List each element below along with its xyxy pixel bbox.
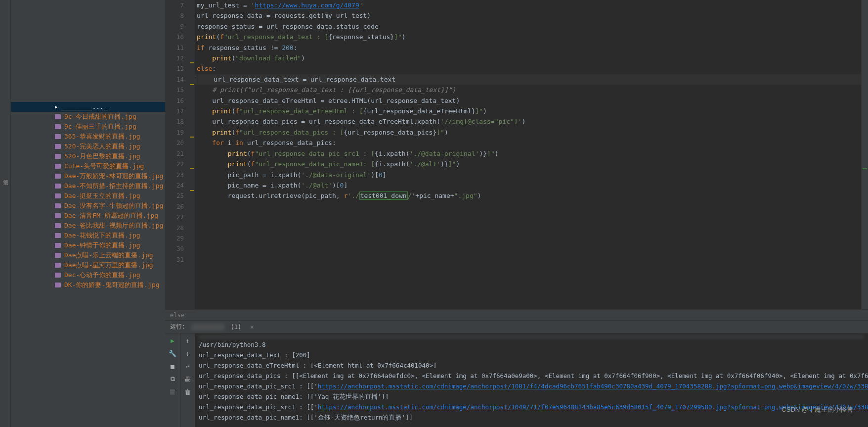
code-area[interactable]: my_url_test = 'https://www.huya.com/g/40… [195, 0, 861, 309]
tree-selected-folder[interactable]: ▸ ________..._ [11, 102, 165, 112]
trash-icon[interactable]: 🗑 [184, 388, 192, 396]
image-file-icon [54, 252, 61, 259]
left-tool-rail: 书签 [0, 0, 11, 427]
svg-rect-17 [55, 283, 61, 287]
run-config-name[interactable] [191, 324, 224, 331]
tree-file-item[interactable]: Dae-不知所措-招主持的直播.jpg [11, 181, 165, 191]
console-line: url_response_data_pic_name1: [['Yaq-花花世界… [199, 391, 864, 402]
print-icon[interactable]: 🖶 [184, 375, 192, 383]
code-line[interactable]: print(f"url_response_data_pic_src1 : [{i… [195, 148, 861, 159]
file-name: Dae-不知所措-招主持的直播.jpg [64, 181, 163, 191]
svg-rect-8 [55, 193, 61, 198]
file-name: Dae-没有名字-牛顿冠的直播.jpg [64, 201, 163, 211]
fold-marker[interactable] [190, 84, 194, 85]
console-line: url_response_data_eTreeHtml : [<Element … [199, 360, 864, 371]
code-line[interactable]: print(f"url_response_data_pics : [{url_r… [195, 127, 861, 138]
code-line[interactable]: response_status = url_response_data.stat… [195, 21, 861, 32]
tree-file-item[interactable]: Dae-没有名字-牛顿冠的直播.jpg [11, 201, 165, 211]
tree-file-item[interactable]: 520-月色巴黎的直播.jpg [11, 151, 165, 161]
fold-marker[interactable] [190, 137, 194, 138]
tree-file-item[interactable]: 9c-佳丽三千的直播.jpg [11, 122, 165, 132]
file-name: Dec-心动予你的直播.jpg [64, 270, 140, 280]
fold-strip [189, 0, 195, 309]
console-line: url_response_data_pic_src1 : [['https://… [199, 381, 864, 391]
console-line: url_response_data_pics : [[<Element img … [199, 371, 864, 381]
code-line[interactable]: print("download failed") [195, 53, 861, 63]
code-line[interactable]: url_response_data = requests.get(my_url_… [195, 10, 861, 21]
file-tree[interactable]: ▸ ________..._ 9c-今日戒甜的直播.jpg9c-佳丽三千的直播.… [11, 0, 165, 427]
code-line[interactable]: my_url_test = 'https://www.huya.com/g/40… [195, 0, 861, 10]
tree-file-item[interactable]: Dae点唱-星河万里的直播.jpg [11, 260, 165, 270]
filter-icon[interactable]: ☰ [169, 388, 176, 396]
code-line[interactable]: # print(f"url_response_data_text : [{url… [195, 85, 861, 95]
svg-rect-2 [55, 134, 61, 139]
file-name: 9c-今日戒甜的直播.jpg [64, 112, 136, 122]
code-line[interactable]: print(f"url_response_data_pic_name1: [{i… [195, 159, 861, 169]
up-icon[interactable]: ↑ [184, 336, 192, 344]
run-toolbar: 运行: (1) × [165, 320, 868, 333]
code-line[interactable]: request.urlretrieve(pic_path, r'./test00… [195, 190, 861, 201]
wrench-icon[interactable]: 🔧 [169, 349, 176, 357]
selected-label: ________..._ [61, 102, 108, 112]
close-tab-icon[interactable]: × [250, 324, 254, 331]
console-line: url_response_data_pic_name1: [['金钰-天资绝色r… [199, 412, 864, 423]
code-line[interactable]: else: [195, 63, 861, 74]
console-line: url_response_data_pic_src1 : [['https://… [199, 402, 864, 412]
console-output[interactable]: /usr/bin/python3.8url_response_data_text… [195, 333, 868, 427]
svg-rect-16 [55, 273, 61, 278]
code-line[interactable]: pic_name = i.xpath('./@alt')[0] [195, 180, 861, 190]
tree-file-item[interactable]: Dae-挺挺玉立的直播.jpg [11, 191, 165, 201]
tree-file-item[interactable]: 520-完美恋人的直播.jpg [11, 142, 165, 151]
breadcrumb-bar: else [165, 309, 868, 320]
code-line[interactable]: url_response_data_eTreeHtml = etree.HTML… [195, 95, 861, 106]
folder-icon: ▸ [54, 102, 58, 112]
image-file-icon [54, 163, 61, 170]
run-label: 运行: [170, 323, 185, 331]
code-line[interactable]: print(f"url_response_data_text : [{respo… [195, 32, 861, 42]
tree-file-item[interactable]: Cute-头号可爱的直播.jpg [11, 161, 165, 171]
tree-file-item[interactable]: 9c-今日戒甜的直播.jpg [11, 112, 165, 122]
file-name: Dae-钟情于你的直播.jpg [64, 240, 140, 250]
error-stripe[interactable] [861, 0, 868, 309]
image-file-icon [54, 272, 61, 279]
code-line[interactable]: if response_status != 200: [195, 43, 861, 53]
breadcrumb-item[interactable]: else [170, 312, 184, 319]
tree-file-item[interactable]: Dae-爸比我甜-视频厅的直播.jpg [11, 221, 165, 231]
stop-icon[interactable]: ■ [169, 362, 176, 370]
fold-marker[interactable] [190, 190, 194, 191]
fold-marker[interactable] [190, 62, 194, 63]
tree-file-item[interactable]: Dae-清音FM-所愿冠的直播.jpg [11, 211, 165, 221]
console-link[interactable]: https://anchorpost.msstatic.com/cdnimage… [318, 382, 868, 390]
console-link[interactable]: https://anchorpost.msstatic.com/cdnimage… [318, 403, 868, 411]
image-file-icon [54, 262, 61, 269]
console-tool-column-1: ▶ 🔧 ■ ⧉ ☰ [165, 333, 180, 427]
svg-rect-4 [55, 154, 61, 159]
down-icon[interactable]: ↓ [184, 349, 192, 357]
tree-file-item[interactable]: DK-你的娇妻-鬼哥冠的直播.jpg [11, 280, 165, 290]
code-line[interactable]: pic_path = i.xpath('./@data-original')[0… [195, 170, 861, 180]
svg-rect-10 [55, 213, 61, 218]
code-line[interactable]: url_response_data_text = url_response_da… [195, 74, 861, 85]
editor[interactable]: 7891011121314151617181920212223242526272… [165, 0, 868, 309]
tree-file-item[interactable]: Dec-心动予你的直播.jpg [11, 270, 165, 280]
image-file-icon [54, 232, 61, 239]
code-line[interactable]: url_response_data_pics = url_response_da… [195, 116, 861, 127]
tree-file-item[interactable]: Dae点唱-乐上云端的直播.jpg [11, 250, 165, 260]
code-line[interactable]: print(f"url_response_data_eTreeHtml : [{… [195, 106, 861, 116]
soft-wrap-icon[interactable]: ⤶ [184, 362, 192, 370]
image-file-icon [54, 143, 61, 150]
tree-file-item[interactable]: Dae-钟情于你的直播.jpg [11, 240, 165, 250]
layout-icon[interactable]: ⧉ [169, 375, 176, 383]
fold-marker[interactable] [190, 168, 194, 169]
code-line[interactable]: for i in url_response_data_pics: [195, 138, 861, 148]
tree-file-item[interactable]: Dae-花钱悦下的直播.jpg [11, 231, 165, 240]
file-name: 520-月色巴黎的直播.jpg [64, 151, 140, 161]
tree-file-item[interactable]: 365-恭喜发财的直播.jpg [11, 132, 165, 142]
run-icon[interactable]: ▶ [169, 336, 176, 344]
file-name: Dae-爸比我甜-视频厅的直播.jpg [64, 221, 163, 231]
file-name: Dae点唱-星河万里的直播.jpg [64, 260, 153, 270]
run-config-suffix: (1) [230, 324, 241, 331]
image-file-icon [54, 282, 61, 288]
tree-file-item[interactable]: Dae-万般娇宠-林哥冠的直播.jpg [11, 171, 165, 181]
svg-rect-0 [55, 114, 61, 119]
